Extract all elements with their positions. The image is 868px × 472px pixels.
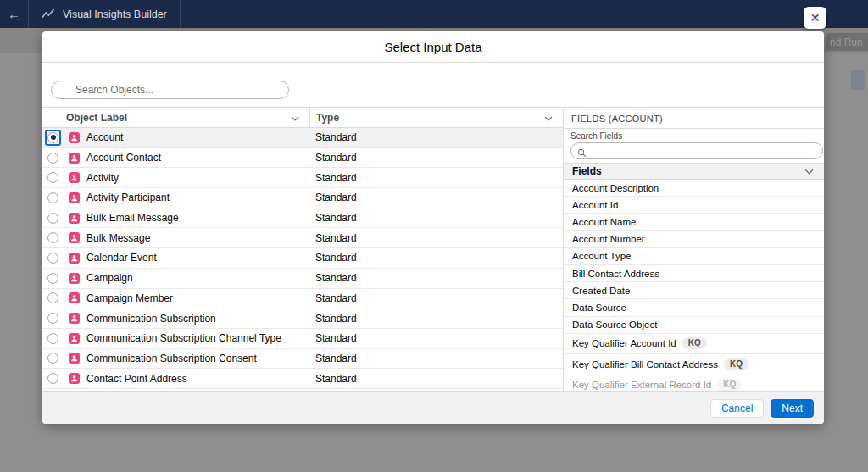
object-row[interactable]: Communication Subscription Standard	[42, 308, 563, 329]
fields-search-block: Search Fields	[564, 129, 824, 163]
object-icon	[69, 192, 80, 203]
fields-section-header[interactable]: Fields	[564, 163, 824, 180]
object-row[interactable]: Communication Subscription Channel Type …	[42, 329, 563, 349]
chevron-down-icon[interactable]	[544, 112, 553, 124]
object-label-cell: Account	[42, 130, 309, 146]
object-label: Campaign Member	[86, 292, 173, 304]
radio-focus-ring	[45, 350, 61, 366]
line-chart-icon	[42, 7, 55, 22]
object-label-cell: Campaign Member	[42, 290, 309, 306]
object-label: Communication Subscription Consent	[86, 353, 257, 364]
object-type: Standard	[309, 212, 563, 224]
object-label-cell: Calendar Event	[42, 250, 309, 266]
fields-list: Account Description Account Id Account N…	[564, 180, 824, 391]
object-row[interactable]: Bulk Email Message Standard	[42, 208, 563, 229]
object-icon	[69, 132, 80, 143]
object-type: Standard	[309, 272, 563, 284]
object-radio[interactable]	[47, 132, 58, 143]
field-row: Created Date	[564, 282, 824, 299]
object-row[interactable]: Campaign Member Standard	[42, 289, 563, 309]
object-radio[interactable]	[47, 273, 58, 284]
object-label: Account Contact	[86, 152, 161, 164]
field-row: Account Id	[564, 197, 824, 214]
search-fields-label: Search Fields	[570, 131, 820, 141]
cancel-button[interactable]: Cancel	[710, 399, 764, 418]
object-radio[interactable]	[47, 292, 58, 303]
radio-focus-ring	[45, 270, 61, 286]
object-row[interactable]: Bulk Message Standard	[42, 228, 563, 248]
object-radio[interactable]	[47, 253, 58, 264]
field-name: Account Description	[572, 183, 659, 193]
object-radio[interactable]	[47, 333, 58, 344]
object-icon	[69, 213, 80, 224]
search-objects-input[interactable]	[51, 81, 289, 99]
key-qualifier-badge: KQ	[682, 337, 707, 349]
object-icon	[69, 353, 80, 364]
object-type: Standard	[309, 192, 563, 203]
search-fields-input[interactable]	[570, 142, 823, 159]
object-label-cell: Campaign	[42, 270, 309, 286]
search-objects-row	[42, 63, 824, 108]
object-row[interactable]: Activity Participant Standard	[42, 188, 563, 208]
object-icon	[69, 273, 80, 284]
chevron-down-icon[interactable]	[291, 112, 299, 124]
object-label-cell: Account Contact	[42, 150, 309, 166]
object-label-cell: Communication Subscription Channel Type	[42, 330, 309, 347]
field-row: Account Type	[564, 248, 824, 265]
chevron-down-icon[interactable]	[804, 165, 814, 177]
field-row: Account Number	[564, 231, 824, 248]
object-label-cell: Activity	[42, 169, 309, 186]
field-name: Data Source	[572, 303, 626, 313]
field-name: Account Number	[572, 234, 645, 244]
object-label-cell: Communication Subscription	[42, 310, 309, 326]
object-radio[interactable]	[47, 192, 58, 203]
objects-table: Object Label Type	[42, 108, 564, 391]
object-type: Standard	[309, 353, 563, 364]
field-name: Key Qualifier Bill Contact Address	[572, 359, 718, 369]
object-radio[interactable]	[47, 153, 58, 164]
column-header-type[interactable]: Type	[309, 108, 563, 127]
dimmed-run-button: nd Run	[826, 33, 868, 51]
next-button[interactable]: Next	[771, 399, 814, 418]
column-header-object-label[interactable]: Object Label	[42, 108, 309, 127]
field-row: Key Qualifier Bill Contact Address KQ	[564, 354, 824, 375]
radio-focus-ring	[45, 330, 61, 347]
object-radio[interactable]	[47, 373, 58, 384]
field-name: Account Name	[572, 217, 636, 227]
field-row: Key Qualifier Account Id KQ	[564, 334, 824, 355]
object-row[interactable]: Account Contact Standard	[42, 148, 563, 169]
close-button[interactable]: ✕	[804, 7, 826, 29]
radio-focus-ring	[45, 230, 61, 246]
object-radio[interactable]	[47, 353, 58, 364]
object-row[interactable]: Campaign Standard	[42, 269, 563, 289]
modal-body: Object Label Type	[42, 108, 824, 391]
modal-footer: Cancel Next	[42, 391, 824, 424]
object-icon	[69, 253, 80, 264]
field-name: Bill Contact Address	[572, 269, 659, 279]
column-label-text: Object Label	[66, 112, 127, 124]
object-radio[interactable]	[47, 213, 58, 224]
topbar: ← Visual Insights Builder	[0, 0, 868, 28]
back-button[interactable]: ←	[0, 0, 29, 28]
field-name: Account Type	[572, 251, 631, 261]
field-row: Account Description	[564, 180, 824, 197]
object-radio[interactable]	[47, 232, 58, 243]
field-name: Account Id	[572, 200, 618, 210]
field-name: Key Qualifier External Record Id	[572, 380, 711, 390]
field-row: Data Source Object	[564, 317, 824, 334]
object-label: Bulk Email Message	[86, 212, 179, 224]
objects-table-header: Object Label Type	[42, 108, 563, 128]
select-input-data-modal: Select Input Data Object Label Type	[42, 31, 824, 424]
object-radio[interactable]	[47, 313, 58, 324]
field-name: Created Date	[572, 286, 630, 296]
object-radio[interactable]	[47, 172, 58, 183]
object-row[interactable]: Communication Subscription Consent Stand…	[42, 349, 563, 369]
dimmed-side-icon	[851, 70, 865, 90]
object-row[interactable]: Calendar Event Standard	[42, 248, 563, 269]
object-type: Standard	[309, 172, 563, 184]
object-row[interactable]: Account Standard	[42, 128, 563, 148]
object-row[interactable]: Contact Point Address Standard	[42, 369, 563, 389]
radio-focus-ring	[45, 310, 61, 326]
object-row[interactable]: Activity Standard	[42, 168, 563, 188]
app-title: Visual Insights Builder	[63, 8, 167, 20]
